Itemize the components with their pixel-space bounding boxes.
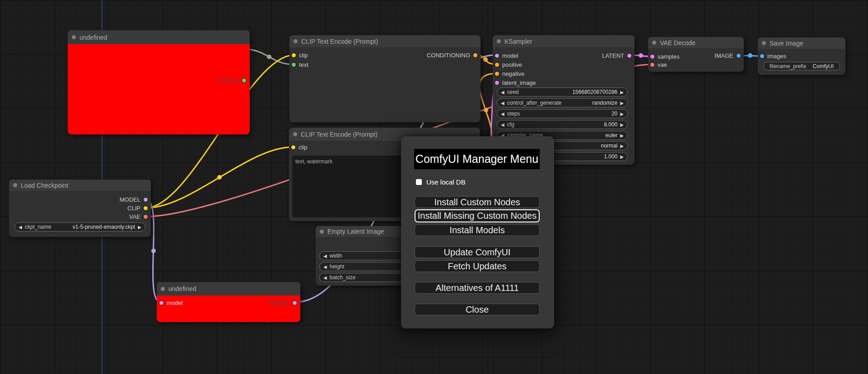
widget-height[interactable]: ◀ height [319, 262, 409, 271]
output-slot-string[interactable]: STRING [217, 76, 246, 84]
widget-value[interactable]: 156680208700286 [572, 89, 617, 95]
slot-dot-latent[interactable] [627, 54, 631, 58]
decrement-arrow-icon[interactable]: ◀ [19, 225, 22, 230]
node-clip-text-encode-1[interactable]: CLIP Text Encode (Prompt) clip text COND… [289, 35, 481, 122]
decrement-arrow-icon[interactable]: ◀ [501, 122, 504, 127]
widget-value[interactable]: v1-5-pruned-emaonly.ckpt [73, 224, 135, 230]
widget-value[interactable]: 20 [611, 111, 617, 117]
increment-arrow-icon[interactable]: ▶ [620, 122, 624, 127]
widget-filename-prefix[interactable]: filename_prefix ComfyUI [763, 62, 840, 70]
output-slot-vae[interactable]: VAE [129, 212, 148, 221]
input-slot-images[interactable]: images [760, 52, 786, 60]
node-vae-decode[interactable]: VAE Decode samples vae IMAGE [648, 37, 744, 72]
input-slot-vae[interactable]: vae [650, 60, 667, 69]
decrement-arrow-icon[interactable]: ◀ [501, 101, 504, 106]
widget-steps[interactable]: ◀ steps 20 ▶ [497, 109, 628, 118]
alternatives-of-a1111-button[interactable]: Alternatives of A1111 [415, 282, 540, 294]
output-slot-conditioning[interactable]: CONDITIONING [427, 51, 477, 59]
decrement-arrow-icon[interactable]: ◀ [323, 264, 327, 269]
node-save-image[interactable]: Save Image images filename_prefix ComfyU… [758, 37, 845, 75]
input-slot-samples[interactable]: samples [650, 52, 679, 60]
node-title-bar[interactable]: undefined [157, 282, 300, 296]
decrement-arrow-icon[interactable]: ◀ [501, 111, 504, 116]
widget-batch-size[interactable]: ◀ batch_size [319, 273, 409, 282]
slot-dot-text[interactable] [292, 63, 296, 67]
slot-dot-model[interactable] [144, 198, 148, 202]
slot-dot-conditioning[interactable] [473, 53, 477, 57]
collapse-dot-icon[interactable] [72, 35, 76, 39]
comfyui-canvas[interactable]: undefined STRING CLIP Text Encode (Promp… [0, 0, 868, 374]
update-comfyui-button[interactable]: Update ComfyUI [415, 246, 540, 258]
collapse-dot-icon[interactable] [320, 230, 324, 234]
install-missing-custom-nodes-button[interactable]: Install Missing Custom Nodes [415, 209, 540, 222]
decrement-arrow-icon[interactable]: ◀ [501, 90, 504, 95]
increment-arrow-icon[interactable]: ▶ [620, 111, 624, 116]
increment-arrow-icon[interactable]: ▶ [620, 133, 624, 138]
input-slot-clip[interactable]: clip [292, 51, 308, 59]
increment-arrow-icon[interactable]: ▶ [620, 143, 624, 148]
slot-dot-model[interactable] [159, 301, 163, 305]
widget-control-after-generate[interactable]: ◀ control_after_generate randomize ▶ [497, 98, 628, 107]
close-button[interactable]: Close [415, 304, 540, 315]
input-slot-latent-image[interactable]: latent_image [495, 78, 536, 87]
node-title-bar[interactable]: Save Image [758, 37, 845, 49]
slot-dot-string[interactable] [242, 78, 246, 83]
output-slot-model[interactable]: MODEL [269, 299, 297, 307]
slot-dot-samples[interactable] [650, 55, 654, 59]
output-slot-clip[interactable]: CLIP [127, 204, 148, 212]
widget-value[interactable]: ComfyUI [812, 63, 834, 69]
slot-dot-clip[interactable] [292, 53, 296, 57]
collapse-dot-icon[interactable] [762, 41, 766, 45]
widget-ckpt-name[interactable]: ◀ ckpt_name v1-5-pruned-emaonly.ckpt ▶ [14, 222, 145, 231]
node-title-bar[interactable]: Load Checkpoint [9, 180, 151, 191]
widget-value[interactable]: normal [601, 143, 618, 149]
decrement-arrow-icon[interactable]: ◀ [323, 275, 327, 280]
use-local-db-checkbox[interactable] [416, 179, 422, 185]
node-undefined-top[interactable]: undefined STRING [68, 30, 250, 134]
input-slot-model[interactable]: model [159, 299, 182, 307]
slot-dot-latent-image[interactable] [495, 81, 499, 85]
node-title-bar[interactable]: undefined [68, 30, 250, 44]
input-slot-model[interactable]: model [495, 51, 518, 60]
output-slot-image[interactable]: IMAGE [714, 51, 741, 60]
increment-arrow-icon[interactable]: ▶ [620, 154, 624, 159]
widget-seed[interactable]: ◀ seed 156680208700286 ▶ [497, 88, 628, 97]
collapse-dot-icon[interactable] [652, 41, 656, 45]
widget-cfg[interactable]: ◀ cfg 8.000 ▶ [497, 120, 628, 129]
collapse-dot-icon[interactable] [293, 132, 297, 136]
widget-width[interactable]: ◀ width [319, 251, 409, 260]
widget-value[interactable]: 8.000 [604, 121, 617, 128]
slot-dot-positive[interactable] [495, 63, 499, 67]
slot-dot-vae[interactable] [144, 215, 148, 219]
collapse-dot-icon[interactable] [161, 287, 165, 291]
install-models-button[interactable]: Install Models [415, 224, 540, 236]
collapse-dot-icon[interactable] [497, 39, 501, 43]
node-title-bar[interactable]: KSampler [493, 35, 635, 47]
increment-arrow-icon[interactable]: ▶ [138, 225, 141, 230]
slot-dot-vae[interactable] [650, 63, 654, 67]
use-local-db-row[interactable]: Use local DB [416, 178, 466, 186]
output-slot-latent[interactable]: LATENT [602, 51, 631, 60]
increment-arrow-icon[interactable]: ▶ [620, 90, 624, 95]
node-title-bar[interactable]: VAE Decode [648, 37, 744, 48]
output-slot-model[interactable]: MODEL [120, 195, 148, 203]
slot-dot-clip[interactable] [144, 206, 148, 210]
widget-value[interactable]: randomize [592, 100, 617, 106]
slot-dot-model-out[interactable] [293, 301, 297, 305]
slot-dot-image[interactable] [737, 54, 741, 58]
slot-dot-negative[interactable] [495, 72, 499, 76]
decrement-arrow-icon[interactable]: ◀ [323, 254, 327, 259]
fetch-updates-button[interactable]: Fetch Updates [415, 260, 540, 272]
slot-dot-model[interactable] [495, 54, 499, 58]
input-slot-positive[interactable]: positive [495, 60, 522, 69]
collapse-dot-icon[interactable] [13, 183, 17, 187]
node-load-checkpoint[interactable]: Load Checkpoint MODEL CLIP VAE ◀ ckpt_na… [9, 180, 151, 237]
slot-dot-images[interactable] [760, 54, 764, 58]
input-slot-text[interactable]: text [292, 60, 308, 69]
slot-dot-clip[interactable] [291, 145, 295, 149]
collapse-dot-icon[interactable] [294, 39, 298, 43]
install-custom-nodes-button[interactable]: Install Custom Nodes [415, 196, 540, 208]
input-slot-clip[interactable]: clip [291, 143, 308, 151]
increment-arrow-icon[interactable]: ▶ [620, 101, 624, 106]
node-undefined-bottom[interactable]: undefined model MODEL [157, 282, 300, 322]
